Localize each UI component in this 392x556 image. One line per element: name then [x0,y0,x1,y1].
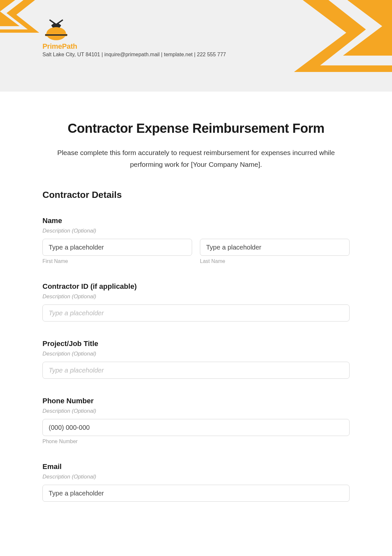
field-project-title: Project/Job Title Description (Optional) [42,339,350,379]
field-label-contractor-id: Contractor ID (if applicable) [42,282,350,291]
company-info: Salt Lake City, UT 84101 | inquire@prime… [42,52,226,58]
phone-input[interactable] [42,419,350,436]
email-input[interactable] [42,485,350,502]
logo-icon [42,18,70,41]
last-name-input[interactable] [200,239,350,256]
corner-decoration-right [229,0,392,85]
field-email: Email Description (Optional) [42,462,350,502]
field-desc-email: Description (Optional) [42,474,350,480]
field-label-phone: Phone Number [42,397,350,405]
page-title: Contractor Expense Reimbursement Form [42,121,350,136]
field-desc-project: Description (Optional) [42,351,350,357]
header-band: PrimePath Salt Lake City, UT 84101 | inq… [0,0,392,92]
company-name: PrimePath [42,42,226,51]
last-name-sublabel: Last Name [200,258,350,264]
svg-rect-13 [54,27,58,34]
first-name-input[interactable] [42,239,192,256]
field-contractor-id: Contractor ID (if applicable) Descriptio… [42,282,350,321]
intro-text: Please complete this form accurately to … [42,147,350,170]
corner-decoration-left [0,0,49,33]
contractor-id-input[interactable] [42,304,350,321]
logo-block: PrimePath Salt Lake City, UT 84101 | inq… [42,18,226,58]
field-desc-name: Description (Optional) [42,228,350,234]
field-desc-contractor-id: Description (Optional) [42,293,350,300]
field-phone: Phone Number Description (Optional) Phon… [42,397,350,444]
field-name: Name Description (Optional) First Name L… [42,217,350,264]
first-name-sublabel: First Name [42,258,192,264]
field-label-name: Name [42,217,350,225]
field-label-project: Project/Job Title [42,339,350,348]
section-heading-contractor-details: Contractor Details [42,190,350,200]
project-title-input[interactable] [42,362,350,379]
phone-sublabel: Phone Number [42,439,350,444]
field-label-email: Email [42,462,350,471]
field-desc-phone: Description (Optional) [42,408,350,414]
svg-rect-12 [45,34,67,36]
form-content: Contractor Expense Reimbursement Form Pl… [0,92,392,515]
